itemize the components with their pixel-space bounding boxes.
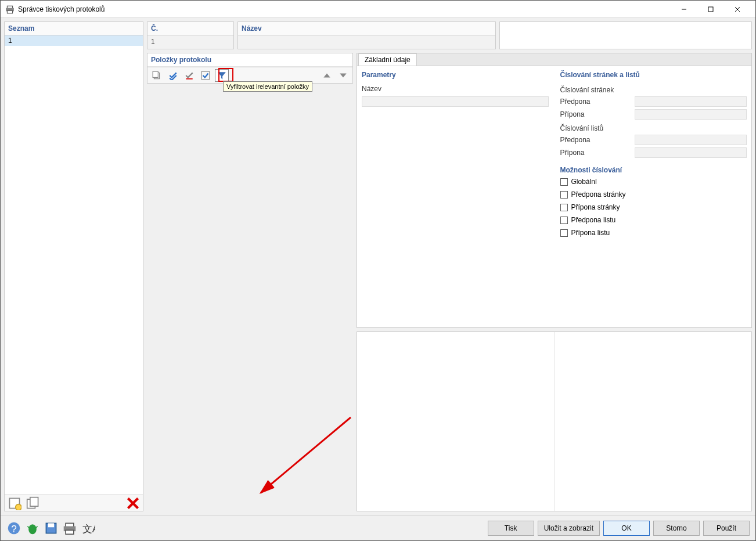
sheet-suffix-input[interactable] <box>635 147 747 158</box>
preview-area <box>357 331 752 511</box>
list-body[interactable]: 1 <box>4 35 143 495</box>
number-value: 1 <box>147 35 234 49</box>
filter-tooltip: Vyfiltrovat irelevantní položky <box>223 81 312 92</box>
maximize-button[interactable] <box>697 1 724 18</box>
print-button[interactable]: Tisk <box>488 521 534 536</box>
option-checkbox[interactable] <box>560 178 568 186</box>
delete-report-button[interactable] <box>125 496 141 511</box>
debug-button[interactable] <box>25 521 40 536</box>
parameters-title: Parametry <box>362 71 549 79</box>
option-label: Předpona stránky <box>571 190 626 199</box>
filter-irrelevant-button[interactable] <box>215 69 229 82</box>
minimize-button[interactable] <box>671 1 697 18</box>
sheet-prefix-input[interactable] <box>635 135 747 145</box>
page-suffix-input[interactable] <box>635 109 747 120</box>
save-template-button[interactable] <box>44 521 59 536</box>
print-settings-button[interactable] <box>62 521 77 536</box>
save-and-show-button[interactable]: Uložit a zobrazit <box>538 521 600 536</box>
sheet-prefix-label: Předpona <box>560 136 630 144</box>
list-item[interactable]: 1 <box>5 35 143 46</box>
tree-title: Položky protokolu <box>147 53 352 67</box>
close-button[interactable] <box>724 1 751 18</box>
apply-button[interactable]: Použít <box>703 521 750 536</box>
option-label: Přípona listu <box>571 229 610 237</box>
tab-basic-data[interactable]: Základní údaje <box>358 53 417 66</box>
check-all-button[interactable] <box>166 69 180 82</box>
option-checkbox[interactable] <box>560 204 568 211</box>
option-label: Předpona listu <box>571 216 616 224</box>
cancel-button[interactable]: Storno <box>653 521 700 536</box>
page-suffix-label: Přípona <box>560 110 630 118</box>
titlebar: Správce tiskových protokolů <box>1 1 755 18</box>
language-button[interactable] <box>81 521 96 536</box>
copy-button[interactable] <box>150 69 164 82</box>
tab-bar: Základní údaje <box>357 53 752 66</box>
list-header: Seznam <box>4 21 143 35</box>
move-down-button[interactable] <box>336 69 350 82</box>
window-title: Správce tiskových protokolů <box>18 5 671 13</box>
page-prefix-input[interactable] <box>635 96 747 107</box>
name-label: Název <box>362 85 431 93</box>
name-header: Název <box>237 21 496 35</box>
help-button[interactable] <box>6 521 21 536</box>
name-input[interactable] <box>362 96 549 107</box>
app-icon <box>5 5 15 14</box>
sheets-subtitle: Číslování listů <box>560 124 747 132</box>
sheet-suffix-label: Přípona <box>560 149 630 157</box>
option-checkbox[interactable] <box>560 217 568 224</box>
svg-rect-47 <box>708 7 713 12</box>
ok-button[interactable]: OK <box>603 521 650 536</box>
option-label: Globální <box>571 178 597 186</box>
new-report-button[interactable] <box>7 496 22 511</box>
option-label: Přípona stránky <box>571 203 620 211</box>
move-up-button[interactable] <box>320 69 334 82</box>
pages-subtitle: Číslování stránek <box>560 86 747 94</box>
preview-box <box>499 21 752 49</box>
option-checkbox[interactable] <box>560 229 568 237</box>
number-header: Č. <box>147 21 234 35</box>
page-prefix-label: Předpona <box>560 98 630 106</box>
numbering-title: Číslování stránek a listů <box>560 71 747 79</box>
options-title: Možnosti číslování <box>560 166 747 174</box>
name-value[interactable] <box>237 35 496 49</box>
uncheck-all-button[interactable] <box>182 69 196 82</box>
check-selected-button[interactable] <box>199 69 213 82</box>
duplicate-report-button[interactable] <box>26 496 41 511</box>
option-checkbox[interactable] <box>560 191 568 199</box>
